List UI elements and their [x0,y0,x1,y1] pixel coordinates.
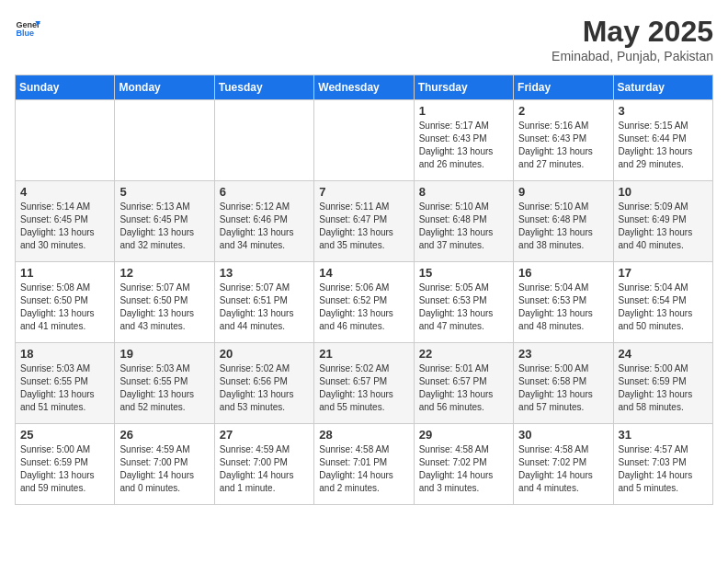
title-block: May 2025 Eminabad, Punjab, Pakistan [552,15,713,63]
svg-text:Blue: Blue [16,29,34,38]
sunset-text: Sunset: 6:58 PM [518,375,608,388]
sunset-text: Sunset: 7:01 PM [319,456,408,469]
sunrise-text: Sunrise: 5:02 AM [319,362,408,375]
daylight-text: Daylight: 13 hours [220,307,309,320]
calendar-week-3: 11Sunrise: 5:08 AMSunset: 6:50 PMDayligh… [16,262,713,343]
calendar-cell: 21Sunrise: 5:02 AMSunset: 6:57 PMDayligh… [314,343,414,424]
day-number: 27 [220,428,309,442]
sunset-text: Sunset: 6:52 PM [319,294,408,307]
calendar-cell: 15Sunrise: 5:05 AMSunset: 6:53 PMDayligh… [414,262,513,343]
daylight-text: and 27 minutes. [518,158,608,171]
daylight-text: Daylight: 13 hours [419,388,508,401]
day-number: 7 [319,185,408,199]
day-number: 8 [419,185,508,199]
sunset-text: Sunset: 6:53 PM [518,294,608,307]
calendar-cell: 23Sunrise: 5:00 AMSunset: 6:58 PMDayligh… [514,343,613,424]
daylight-text: Daylight: 14 hours [619,469,708,482]
sunrise-text: Sunrise: 5:02 AM [220,362,309,375]
calendar-cell: 20Sunrise: 5:02 AMSunset: 6:56 PMDayligh… [214,343,313,424]
day-number: 9 [518,185,608,199]
daylight-text: Daylight: 13 hours [419,145,508,158]
sunrise-text: Sunrise: 5:00 AM [518,362,608,375]
daylight-text: and 35 minutes. [319,239,408,252]
weekday-header-tuesday: Tuesday [214,75,313,100]
weekday-header-thursday: Thursday [414,75,513,100]
day-number: 13 [220,266,309,280]
calendar-cell: 26Sunrise: 4:59 AMSunset: 7:00 PMDayligh… [115,424,214,505]
sunset-text: Sunset: 6:53 PM [419,294,508,307]
sunrise-text: Sunrise: 5:07 AM [220,282,309,294]
sunset-text: Sunset: 6:43 PM [518,132,608,145]
weekday-header-sunday: Sunday [16,75,115,100]
daylight-text: Daylight: 13 hours [619,307,708,320]
daylight-text: Daylight: 13 hours [619,388,708,401]
sunrise-text: Sunrise: 5:14 AM [20,201,109,213]
calendar-cell: 8Sunrise: 5:10 AMSunset: 6:48 PMDaylight… [414,181,513,262]
sunrise-text: Sunrise: 5:00 AM [619,362,708,375]
daylight-text: and 30 minutes. [20,239,109,252]
daylight-text: and 26 minutes. [419,158,508,171]
daylight-text: and 40 minutes. [619,239,708,252]
sunset-text: Sunset: 6:48 PM [518,213,608,226]
sunset-text: Sunset: 6:50 PM [119,294,209,307]
calendar-body: 1Sunrise: 5:17 AMSunset: 6:43 PMDaylight… [16,100,713,505]
daylight-text: Daylight: 14 hours [119,469,209,482]
daylight-text: and 37 minutes. [419,239,508,252]
sunrise-text: Sunrise: 5:03 AM [119,362,209,375]
daylight-text: Daylight: 14 hours [220,469,309,482]
sunset-text: Sunset: 7:02 PM [518,456,608,469]
day-number: 12 [119,266,209,280]
calendar-cell [115,100,214,181]
sunrise-text: Sunrise: 4:59 AM [220,443,309,456]
daylight-text: and 57 minutes. [518,401,608,414]
day-number: 4 [20,185,109,199]
daylight-text: and 3 minutes. [419,482,508,495]
day-number: 28 [319,428,408,442]
sunset-text: Sunset: 6:56 PM [220,375,309,388]
sunset-text: Sunset: 7:02 PM [419,456,508,469]
calendar-cell: 18Sunrise: 5:03 AMSunset: 6:55 PMDayligh… [16,343,115,424]
calendar-cell: 10Sunrise: 5:09 AMSunset: 6:49 PMDayligh… [613,181,712,262]
calendar-week-2: 4Sunrise: 5:14 AMSunset: 6:45 PMDaylight… [16,181,713,262]
sunset-text: Sunset: 6:55 PM [20,375,109,388]
daylight-text: Daylight: 13 hours [619,145,708,158]
day-number: 16 [518,266,608,280]
sunrise-text: Sunrise: 5:11 AM [319,201,408,213]
weekday-header-saturday: Saturday [613,75,712,100]
sunset-text: Sunset: 6:59 PM [20,456,109,469]
calendar-cell: 11Sunrise: 5:08 AMSunset: 6:50 PMDayligh… [16,262,115,343]
day-number: 6 [220,185,309,199]
sunrise-text: Sunrise: 4:58 AM [518,443,608,456]
calendar-cell: 4Sunrise: 5:14 AMSunset: 6:45 PMDaylight… [16,181,115,262]
sunrise-text: Sunrise: 5:10 AM [518,201,608,213]
daylight-text: and 32 minutes. [119,239,209,252]
logo: General Blue [15,15,40,40]
daylight-text: Daylight: 13 hours [119,226,209,239]
daylight-text: and 4 minutes. [518,482,608,495]
sunset-text: Sunset: 6:46 PM [220,213,309,226]
month-title: May 2025 [552,15,713,49]
daylight-text: Daylight: 13 hours [518,388,608,401]
calendar-cell: 16Sunrise: 5:04 AMSunset: 6:53 PMDayligh… [514,262,613,343]
sunrise-text: Sunrise: 5:10 AM [419,201,508,213]
calendar-cell: 12Sunrise: 5:07 AMSunset: 6:50 PMDayligh… [115,262,214,343]
sunset-text: Sunset: 6:47 PM [319,213,408,226]
daylight-text: Daylight: 13 hours [518,145,608,158]
day-number: 20 [220,347,309,361]
calendar-cell: 22Sunrise: 5:01 AMSunset: 6:57 PMDayligh… [414,343,513,424]
daylight-text: Daylight: 14 hours [319,469,408,482]
daylight-text: Daylight: 13 hours [319,226,408,239]
daylight-text: and 44 minutes. [220,320,309,333]
sunset-text: Sunset: 6:55 PM [119,375,209,388]
daylight-text: Daylight: 13 hours [619,226,708,239]
daylight-text: and 1 minute. [220,482,309,495]
day-number: 2 [518,104,608,118]
calendar-cell: 13Sunrise: 5:07 AMSunset: 6:51 PMDayligh… [214,262,313,343]
sunrise-text: Sunrise: 5:07 AM [119,282,209,294]
sunset-text: Sunset: 7:03 PM [619,456,708,469]
day-number: 18 [20,347,109,361]
calendar-cell: 1Sunrise: 5:17 AMSunset: 6:43 PMDaylight… [414,100,513,181]
calendar-week-5: 25Sunrise: 5:00 AMSunset: 6:59 PMDayligh… [16,424,713,505]
day-number: 21 [319,347,408,361]
day-number: 17 [619,266,708,280]
